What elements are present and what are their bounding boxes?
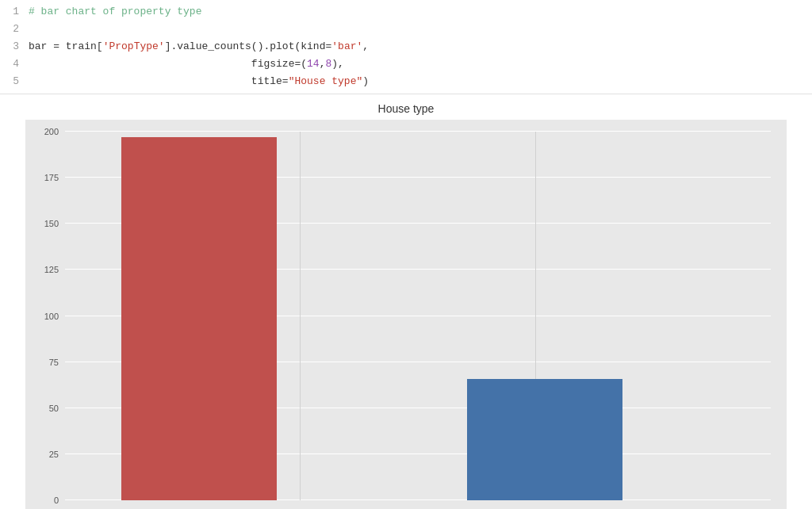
comment-text: # bar chart of property type (29, 6, 201, 17)
code-paren: ), (331, 58, 344, 70)
code-string-title: "House type" (289, 75, 363, 87)
code-close: ) (362, 75, 369, 87)
code-var3: , (362, 40, 369, 52)
code-content-1: # bar chart of property type (29, 3, 812, 21)
line-number-2: 2 (0, 21, 29, 38)
chart-plot-area: 1 0 (65, 132, 771, 500)
code-line-2: 2 (0, 21, 812, 38)
y-label-75: 75 (49, 358, 59, 367)
y-label-25: 25 (49, 450, 59, 459)
code-line-3: 3 bar = train['PropType'].value_counts()… (0, 38, 812, 55)
code-figsize: figsize=( (29, 58, 307, 70)
y-label-150: 150 (44, 219, 59, 228)
line-number-4: 4 (0, 55, 29, 73)
y-label-175: 175 (44, 173, 59, 182)
chart-container: 200 175 150 125 100 75 50 25 0 (25, 120, 787, 509)
code-content-3: bar = train['PropType'].value_counts().p… (29, 38, 812, 55)
y-label-50: 50 (49, 404, 59, 413)
y-label-200: 200 (44, 127, 59, 136)
code-content-2 (29, 21, 812, 38)
col-sep-1 (300, 132, 301, 500)
y-label-0: 0 (54, 496, 59, 505)
code-string-proptype: 'PropType' (103, 40, 165, 52)
code-title-kw: title= (29, 75, 289, 87)
code-line-4: 4 figsize=(14,8), (0, 55, 812, 73)
bar-2 (467, 379, 622, 500)
code-editor: 1 # bar chart of property type 2 3 bar =… (0, 0, 812, 94)
y-label-100: 100 (44, 312, 59, 321)
y-axis: 200 175 150 125 100 75 50 25 0 (25, 132, 65, 500)
line-number-1: 1 (0, 3, 29, 21)
code-var2: ].value_counts().plot(kind= (165, 40, 332, 52)
y-label-125: 125 (44, 265, 59, 274)
line-number-3: 3 (0, 38, 29, 55)
gridline-200 (65, 131, 771, 132)
code-content-4: figsize=(14,8), (29, 55, 812, 73)
chart-title: House type (16, 102, 796, 115)
code-var: bar = train[ (29, 40, 103, 52)
code-line-5: 5 title="House type") (0, 73, 812, 90)
code-num-14: 14 (307, 58, 320, 70)
code-string-bar: 'bar' (331, 40, 362, 52)
code-line-1: 1 # bar chart of property type (0, 3, 812, 21)
chart-section: House type 200 175 150 125 100 75 50 25 … (0, 94, 812, 509)
line-number-5: 5 (0, 73, 29, 90)
bar-1 (121, 137, 277, 500)
code-content-5: title="House type") (29, 73, 812, 90)
